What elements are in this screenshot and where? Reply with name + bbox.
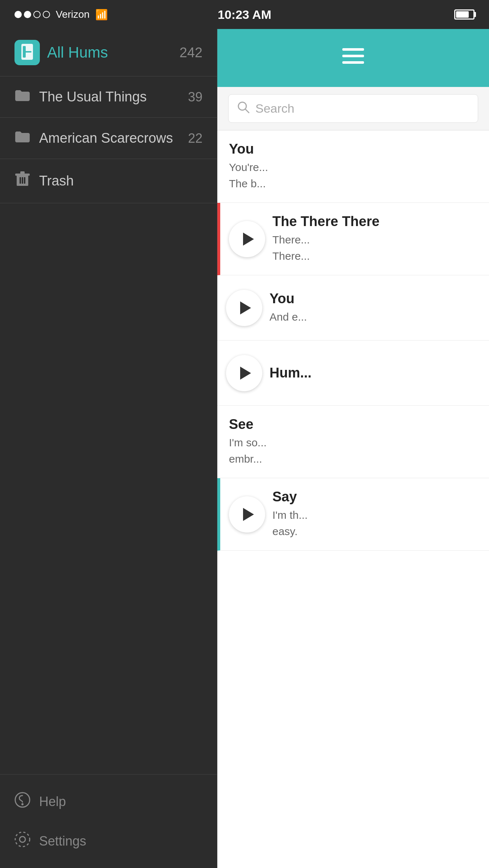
hum-text-hum: Hum... xyxy=(269,365,480,381)
battery-fill xyxy=(456,11,469,18)
signal-dot-2 xyxy=(24,11,31,18)
sidebar-item-trash[interactable]: Trash xyxy=(0,159,217,203)
hum-title-you2: You xyxy=(269,291,480,306)
hum-title-there-there: The There There xyxy=(272,214,480,229)
main-container: All Hums 242 The Usual Things 39 xyxy=(0,29,489,868)
nav-item-left-trash: Trash xyxy=(14,171,74,191)
sidebar-spacer xyxy=(0,425,217,774)
play-button-you2[interactable] xyxy=(226,290,262,326)
svg-rect-13 xyxy=(342,48,364,51)
status-left: Verizon 📶 xyxy=(14,9,108,21)
app-title: All Hums xyxy=(47,44,108,61)
nav-item-left: The Usual Things xyxy=(14,89,147,105)
play-triangle-icon-say xyxy=(243,508,254,521)
play-triangle-icon-you2 xyxy=(240,301,251,314)
hum-item-say[interactable]: Say I'm th... easy. xyxy=(217,478,489,551)
carrier-label: Verizon xyxy=(56,9,89,20)
status-bar: Verizon 📶 10:23 AM xyxy=(0,0,489,29)
sidebar-item-american-scarecrows[interactable]: American Scarecrows 22 xyxy=(0,118,217,159)
hum-item-hum[interactable]: Hum... xyxy=(217,341,489,406)
folder-icon-scarecrows xyxy=(14,130,30,146)
signal-dot-4 xyxy=(43,11,50,18)
svg-rect-7 xyxy=(22,177,23,184)
sidebar-footer: Help Settings xyxy=(0,774,217,868)
hum-text-you1: You You're... The b... xyxy=(229,141,480,192)
hum-item-you2[interactable]: You And e... xyxy=(217,275,489,341)
hum-item-see[interactable]: See I'm so... embr... xyxy=(217,406,489,478)
right-panel: Search You You're... The b... xyxy=(217,29,489,868)
trash-icon xyxy=(14,171,30,191)
svg-rect-14 xyxy=(342,55,364,57)
signal-dots xyxy=(14,11,50,18)
svg-rect-6 xyxy=(20,177,21,184)
svg-rect-5 xyxy=(20,171,25,174)
battery-icon xyxy=(454,9,475,20)
hum-title-say: Say xyxy=(272,489,480,505)
play-button-say[interactable] xyxy=(229,496,265,533)
hum-text-you2: You And e... xyxy=(269,291,480,325)
search-bar: Search xyxy=(217,87,489,130)
svg-point-10 xyxy=(21,803,24,805)
search-icon xyxy=(237,101,250,116)
hum-text-say: Say I'm th... easy. xyxy=(272,489,480,539)
help-item[interactable]: Help xyxy=(0,782,217,821)
svg-rect-8 xyxy=(24,177,25,184)
svg-point-11 xyxy=(20,836,25,842)
hum-subtitle-you2: And e... xyxy=(269,309,480,325)
sidebar-item-label-scarecrows: American Scarecrows xyxy=(39,130,173,146)
hum-text-see: See I'm so... embr... xyxy=(229,417,480,467)
sidebar-item-label-trash: Trash xyxy=(39,173,74,189)
signal-dot-1 xyxy=(14,11,22,18)
sidebar: All Hums 242 The Usual Things 39 xyxy=(0,29,217,868)
hum-subtitle-say: I'm th... easy. xyxy=(272,507,480,539)
search-input[interactable]: Search xyxy=(255,101,294,116)
play-triangle-icon xyxy=(243,233,254,246)
all-hums-count: 242 xyxy=(180,45,202,60)
sidebar-item-label-usual: The Usual Things xyxy=(39,89,147,105)
help-icon xyxy=(14,792,30,811)
app-logo-area: All Hums xyxy=(14,40,108,65)
play-triangle-icon-hum xyxy=(240,367,251,380)
app-logo-icon xyxy=(14,40,40,65)
right-header xyxy=(217,29,489,87)
hum-title-see: See xyxy=(229,417,480,432)
svg-rect-2 xyxy=(23,51,32,53)
settings-icon xyxy=(14,831,30,851)
sidebar-item-usual-things[interactable]: The Usual Things 39 xyxy=(0,76,217,118)
sidebar-item-count-usual: 39 xyxy=(188,89,202,105)
wifi-icon: 📶 xyxy=(95,9,108,21)
play-button-there-there[interactable] xyxy=(229,221,265,257)
help-label: Help xyxy=(39,794,66,809)
sidebar-nav: The Usual Things 39 American Scarecrows … xyxy=(0,76,217,425)
svg-point-12 xyxy=(15,832,30,847)
hum-item-there-there[interactable]: The There There There... There... xyxy=(217,203,489,275)
signal-dot-3 xyxy=(33,11,41,18)
hum-item-you1[interactable]: You You're... The b... xyxy=(217,130,489,203)
play-button-hum[interactable] xyxy=(226,355,262,391)
settings-item[interactable]: Settings xyxy=(0,821,217,861)
svg-rect-15 xyxy=(342,61,364,64)
status-time: 10:23 AM xyxy=(218,8,271,22)
battery-indicator xyxy=(454,9,475,20)
sidebar-item-count-scarecrows: 22 xyxy=(188,131,202,146)
svg-line-17 xyxy=(245,109,249,113)
hum-subtitle-you1: You're... The b... xyxy=(229,159,480,192)
settings-label: Settings xyxy=(39,834,86,849)
hamburger-menu[interactable] xyxy=(342,48,364,68)
hum-subtitle-see: I'm so... embr... xyxy=(229,434,480,467)
hum-title-hum: Hum... xyxy=(269,365,480,381)
hum-title-you1: You xyxy=(229,141,480,157)
nav-item-left-scarecrows: American Scarecrows xyxy=(14,130,173,146)
sidebar-header: All Hums 242 xyxy=(0,29,217,76)
search-input-container[interactable]: Search xyxy=(228,94,478,123)
hum-list: You You're... The b... The There There T… xyxy=(217,130,489,868)
hum-subtitle-there-there: There... There... xyxy=(272,231,480,264)
hum-text-there-there: The There There There... There... xyxy=(272,214,480,264)
folder-icon-usual xyxy=(14,89,30,105)
